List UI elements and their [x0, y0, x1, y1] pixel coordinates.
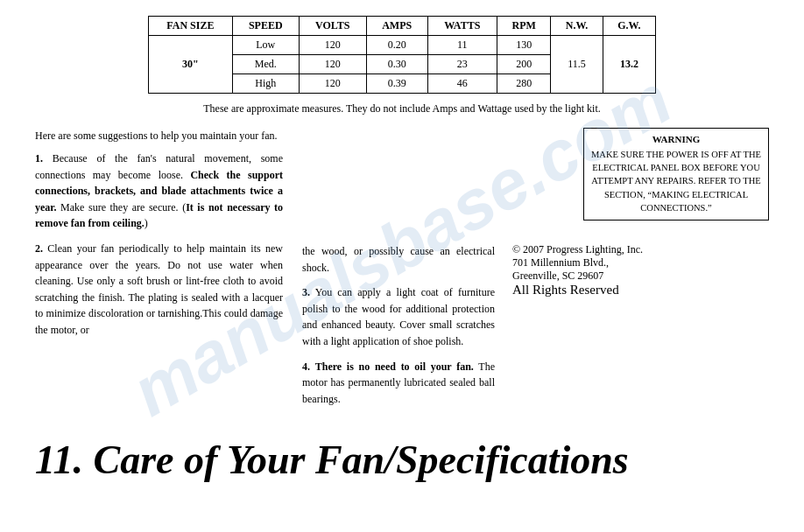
tip-4-num: 4.	[302, 360, 310, 373]
tip-4: 4. There is no need to oil your fan. The…	[302, 359, 495, 408]
col-rpm: RPM	[497, 17, 551, 36]
right-tips: the wood, or possibly cause an electrica…	[302, 243, 495, 416]
rpm-med: 200	[497, 55, 551, 74]
volts-med: 120	[299, 55, 366, 74]
table-row: 30" Low 120 0.20 11 130 11.5 13.2	[149, 36, 656, 55]
col-amps: AMPS	[366, 17, 427, 36]
right-lower: the wood, or possibly cause an electrica…	[302, 243, 769, 416]
rpm-high: 280	[497, 74, 551, 94]
page-heading: 11. Care of Your Fan/Specifications	[35, 433, 769, 483]
col-volts: VOLTS	[299, 17, 366, 36]
speed-low: Low	[232, 36, 299, 55]
tip-1: 1. Because of the fan's natural movement…	[35, 150, 283, 232]
suggestions-heading: Here are some suggestions to help you ma…	[35, 128, 283, 144]
left-column: Here are some suggestions to help you ma…	[35, 128, 293, 416]
tip-4-text: There is no need to oil your fan. The mo…	[302, 360, 495, 405]
tip-3-text: You can apply a light coat of furniture …	[302, 286, 495, 347]
company-info: © 2007 Progress Lighting, Inc. 701 Mille…	[495, 243, 769, 416]
amps-low: 0.20	[366, 36, 427, 55]
tip-3-num: 3.	[302, 286, 310, 298]
main-two-col: Here are some suggestions to help you ma…	[35, 128, 769, 416]
nw-cell: 11.5	[551, 36, 603, 94]
col-gw: G.W.	[603, 17, 655, 36]
fan-size-cell: 30"	[149, 36, 233, 94]
tip-2-text: Clean your fan periodically to help main…	[35, 242, 283, 336]
warning-title: WARNING	[591, 134, 761, 144]
col-fan-size: FAN SIZE	[149, 17, 233, 36]
tip-1-note: It is not necessary to remove fan from c…	[35, 201, 283, 230]
copyright: © 2007 Progress Lighting, Inc.	[512, 243, 769, 256]
col-speed: SPEED	[232, 17, 299, 36]
address2: Greenville, SC 29607	[512, 270, 769, 283]
rpm-low: 130	[497, 36, 551, 55]
warning-text: MAKE SURE THE POWER IS OFF AT THE ELECTR…	[591, 148, 761, 214]
watts-med: 23	[427, 55, 497, 74]
all-rights: All Rights Reserved	[512, 283, 769, 298]
speed-med: Med.	[232, 55, 299, 74]
tip-3: 3. You can apply a light coat of furnitu…	[302, 284, 495, 349]
tip-1-text: Because of the fan's natural movement, s…	[35, 152, 283, 229]
right-area: WARNING MAKE SURE THE POWER IS OFF AT TH…	[293, 128, 769, 416]
page-title: 11. Care of Your Fan/Specifications	[35, 437, 769, 483]
tip-1-num: 1.	[35, 152, 43, 164]
amps-high: 0.39	[366, 74, 427, 94]
address1: 701 Millennium Blvd.,	[512, 256, 769, 270]
tip-2: 2. Clean your fan periodically to help m…	[35, 241, 283, 339]
speed-high: High	[232, 74, 299, 94]
warning-box: WARNING MAKE SURE THE POWER IS OFF AT TH…	[583, 128, 769, 220]
right-upper: WARNING MAKE SURE THE POWER IS OFF AT TH…	[302, 128, 769, 233]
tip-cont: the wood, or possibly cause an electrica…	[302, 243, 495, 276]
approx-note: These are approximate measures. They do …	[35, 102, 769, 116]
tip-cont-text: the wood, or possibly cause an electrica…	[302, 245, 495, 274]
specs-table: FAN SIZE SPEED VOLTS AMPS WATTS RPM N.W.…	[148, 16, 656, 94]
amps-med: 0.30	[366, 55, 427, 74]
gw-cell: 13.2	[603, 36, 655, 94]
watts-high: 46	[427, 74, 497, 94]
tip-4-bold: There is no need to oil your fan.	[315, 360, 474, 373]
page: manualsbase.com FAN SIZE SPEED VOLTS AMP…	[0, 0, 804, 492]
tip-2-num: 2.	[35, 242, 43, 255]
volts-low: 120	[299, 36, 366, 55]
watts-low: 11	[427, 36, 497, 55]
col-watts: WATTS	[427, 17, 497, 36]
col-nw: N.W.	[551, 17, 603, 36]
volts-high: 120	[299, 74, 366, 94]
